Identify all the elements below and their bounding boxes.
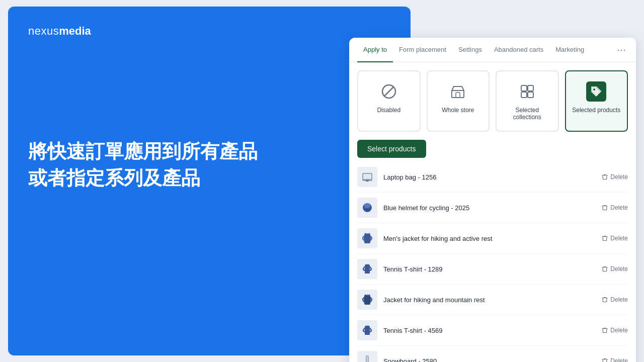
tab-form-placement[interactable]: Form placement (393, 38, 452, 62)
product-thumb-6 (357, 320, 377, 340)
product-name-6: Tennis T-shirt - 4569 (383, 327, 595, 334)
svg-rect-18 (367, 356, 368, 362)
svg-line-1 (384, 87, 393, 96)
collections-icon (517, 81, 537, 102)
hero-text: 將快速訂單應用到所有產品或者指定系列及產品 (28, 138, 270, 192)
product-name-7: Snowboard - 2580 (383, 357, 595, 363)
option-selected-collections[interactable]: Selected collections (496, 70, 559, 132)
logo-media: media (59, 25, 91, 38)
list-item: Jacket for hiking and mountain rest Dele… (357, 285, 628, 315)
list-item: Tennis T-shirt - 1289 Delete (357, 254, 628, 285)
delete-button-4[interactable]: Delete (601, 265, 628, 273)
logo-nexus: nexus (28, 25, 59, 38)
option-whole-store[interactable]: Whole store (427, 70, 490, 132)
product-thumb-7 (357, 351, 377, 362)
product-name-2: Blue helmet for cycling - 2025 (383, 204, 595, 212)
svg-rect-3 (456, 93, 460, 98)
product-thumb-2 (357, 198, 377, 218)
delete-button-2[interactable]: Delete (601, 204, 628, 211)
product-name-3: Men's jacket for hiking and active rest (383, 235, 595, 242)
list-item: Men's jacket for hiking and active rest … (357, 223, 628, 254)
tag-icon (586, 81, 606, 102)
product-list: Laptop bag - 1256 Delete Blue helmet for… (349, 162, 636, 362)
list-item: Snowboard - 2580 Delete (357, 346, 628, 362)
screen: nexusmedia 將快速訂單應用到所有產品或者指定系列及產品 Apply t… (0, 0, 644, 362)
product-thumb-5 (357, 290, 377, 310)
list-item: Tennis T-shirt - 4569 Delete (357, 315, 628, 346)
product-name-4: Tennis T-shirt - 1289 (383, 265, 595, 273)
option-disabled[interactable]: Disabled (357, 70, 421, 132)
store-icon (448, 81, 468, 102)
product-name-5: Jacket for hiking and mountain rest (383, 296, 595, 304)
option-disabled-label: Disabled (377, 107, 400, 114)
product-thumb-1 (357, 167, 377, 187)
svg-rect-2 (452, 90, 464, 98)
delete-button-3[interactable]: Delete (601, 235, 628, 242)
tab-marketing[interactable]: Marketing (549, 38, 590, 62)
delete-button-1[interactable]: Delete (601, 173, 628, 180)
svg-rect-7 (528, 92, 533, 98)
options-row: Disabled Whole store (349, 62, 636, 132)
tab-abandoned-carts[interactable]: Abandoned carts (488, 38, 549, 62)
tab-apply-to[interactable]: Apply to (357, 38, 393, 62)
svg-rect-5 (528, 85, 533, 91)
svg-rect-11 (366, 180, 369, 182)
product-name-1: Laptop bag - 1256 (383, 173, 595, 181)
list-item: Blue helmet for cycling - 2025 Delete (357, 193, 628, 223)
tabs-bar: Apply to Form placement Settings Abandon… (349, 38, 636, 62)
option-selected-collections-label: Selected collections (503, 107, 552, 121)
product-thumb-3 (357, 228, 377, 248)
logo: nexusmedia (28, 25, 390, 38)
svg-point-8 (593, 88, 595, 90)
select-products-button[interactable]: Select products (357, 140, 426, 158)
option-selected-products-label: Selected products (572, 107, 620, 114)
delete-button-5[interactable]: Delete (601, 296, 628, 303)
more-options-button[interactable]: ⋯ (615, 38, 628, 61)
option-whole-store-label: Whole store (442, 107, 474, 114)
svg-point-13 (364, 203, 370, 208)
right-card: Apply to Form placement Settings Abandon… (349, 38, 636, 362)
delete-button-7[interactable]: Delete (601, 357, 628, 362)
svg-rect-4 (521, 85, 527, 91)
svg-rect-15 (365, 328, 370, 335)
delete-button-6[interactable]: Delete (601, 327, 628, 334)
svg-rect-14 (365, 267, 370, 274)
option-selected-products[interactable]: Selected products (565, 70, 628, 132)
svg-rect-10 (363, 174, 371, 179)
select-btn-row: Select products (349, 132, 636, 162)
product-thumb-4 (357, 259, 377, 279)
tab-settings[interactable]: Settings (452, 38, 488, 62)
disabled-icon (379, 81, 399, 102)
list-item: Laptop bag - 1256 Delete (357, 162, 628, 193)
svg-rect-6 (521, 92, 527, 98)
